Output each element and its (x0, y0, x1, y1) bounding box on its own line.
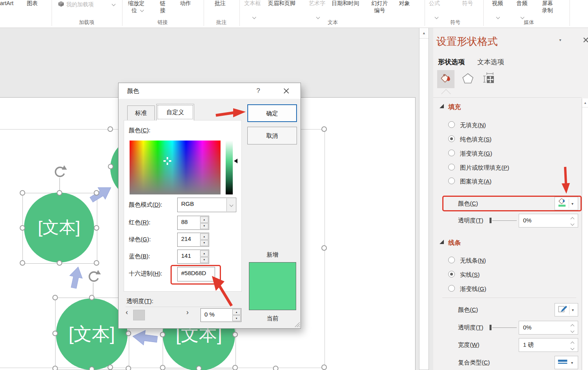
fill-section-header[interactable]: 填充 (448, 103, 461, 111)
radio-row-pattern-fill[interactable]: 图案填充(A) (433, 178, 579, 185)
spin-down-icon[interactable]: ▼ (232, 315, 241, 321)
radio-icon[interactable] (448, 164, 455, 170)
dialog-resize-grip[interactable] (294, 322, 300, 329)
ribbon-screen-recording-button-line2[interactable]: 录制 (542, 7, 553, 14)
spin-down-icon[interactable] (571, 222, 575, 226)
ribbon-my-addins-button[interactable]: 我的加载项 (66, 1, 94, 8)
selection-handle[interactable] (108, 364, 113, 370)
ribbon-equation-button[interactable]: 公式 (429, 0, 440, 7)
selection-handle[interactable] (321, 126, 327, 132)
radio-icon[interactable] (448, 121, 455, 128)
smartart-circle-shape-selected[interactable]: [文本] (24, 192, 94, 263)
editor-vertical-scrollbar[interactable]: ▲ (419, 28, 429, 370)
ribbon-object-button[interactable]: 对象 (399, 0, 410, 7)
color-mode-select[interactable]: RGB (177, 198, 236, 212)
selection-handle[interactable] (94, 260, 99, 266)
selection-handle[interactable] (273, 366, 278, 370)
radio-row-picture-fill[interactable]: 图片或纹理填充(P) (433, 164, 579, 172)
ribbon-zoom-button[interactable]: 缩放定 (128, 0, 145, 7)
ribbon-chart-button[interactable]: 图表 (27, 0, 38, 7)
line-color-button[interactable]: ▾ (555, 303, 578, 316)
tab-shape-options[interactable]: 形状选项 (438, 57, 465, 67)
radio-row-no-fill[interactable]: 无填充(N) (433, 121, 579, 129)
ribbon-link-button-line2[interactable]: 接 (160, 7, 165, 14)
selection-handle[interactable] (20, 190, 25, 196)
selection-handle[interactable] (160, 332, 165, 337)
hex-value-input[interactable]: #58D68D (177, 267, 215, 281)
rotate-handle-icon[interactable] (52, 165, 68, 180)
line-transparency-input[interactable]: 0% (519, 321, 578, 335)
blue-value-input[interactable]: 141 ▲▼ (177, 250, 209, 264)
green-value-input[interactable]: 214 ▲▼ (177, 233, 209, 247)
selection-handle[interactable] (232, 332, 238, 337)
section-expand-icon[interactable] (440, 104, 444, 108)
selection-handle[interactable] (94, 225, 99, 231)
ribbon-wordart-button[interactable]: 艺术字 (309, 0, 325, 7)
spin-up-icon[interactable]: ▲ (232, 309, 241, 315)
spin-down-icon[interactable]: ▼ (200, 223, 208, 229)
ribbon-smartart-button[interactable]: artArt (0, 0, 13, 7)
size-properties-tab[interactable] (480, 70, 498, 88)
ribbon-symbol-button[interactable]: 符号 (462, 0, 473, 7)
selection-handle[interactable] (52, 295, 58, 300)
ribbon-comment-button[interactable]: 批注 (215, 0, 226, 7)
spin-up-icon[interactable]: ▲ (200, 233, 208, 240)
color-spectrum[interactable] (130, 141, 221, 194)
cancel-button[interactable]: 取消 (247, 127, 297, 144)
red-value-input[interactable]: 88 ▲▼ (177, 216, 209, 230)
ribbon-link-button[interactable]: 链 (160, 0, 165, 7)
luminance-bar[interactable] (226, 141, 233, 194)
radio-icon[interactable] (448, 150, 455, 156)
spin-down-icon[interactable]: ▼ (200, 257, 208, 263)
radio-selected-icon[interactable] (448, 135, 455, 142)
transparency-slider-thumb[interactable] (490, 325, 492, 330)
ribbon-textbox-button[interactable]: 文本框 (244, 0, 261, 7)
spin-up-icon[interactable] (571, 217, 575, 221)
selection-handle[interactable] (232, 365, 238, 370)
radio-row-gradient-line[interactable]: 渐变线(G) (433, 285, 579, 293)
rotate-handle-icon[interactable] (86, 270, 102, 285)
dropdown-button[interactable] (226, 198, 236, 211)
ribbon-slidenumber-button[interactable]: 幻灯片 (371, 0, 388, 7)
panel-scroll-up-button[interactable]: ▲ (582, 98, 588, 107)
panel-menu-chevron-icon[interactable]: ▾ (559, 38, 561, 42)
radio-row-solid-line[interactable]: 实线(S) (433, 271, 579, 279)
selection-handle[interactable] (108, 164, 113, 169)
spin-down-icon[interactable] (571, 329, 575, 333)
line-section-header[interactable]: 线条 (448, 239, 461, 247)
transparency-slider-track[interactable] (492, 220, 517, 221)
selection-handle[interactable] (89, 295, 95, 300)
radio-row-no-line[interactable]: 无线条(N) (433, 257, 579, 265)
ribbon-action-button[interactable]: 动作 (180, 0, 191, 7)
selection-handle[interactable] (57, 190, 62, 196)
smartart-circle-shape[interactable]: [文本] (56, 298, 128, 370)
spin-up-icon[interactable] (571, 324, 575, 328)
radio-row-solid-fill[interactable]: 纯色填充(S) (433, 135, 579, 143)
selection-handle[interactable] (196, 366, 202, 370)
fill-color-button[interactable]: ▾ (555, 197, 578, 210)
effects-tab[interactable] (459, 70, 477, 88)
ribbon-audio-button[interactable]: 音频 (516, 0, 527, 7)
radio-icon[interactable] (448, 178, 455, 184)
tab-custom[interactable]: 自定义 (156, 104, 194, 120)
radio-selected-icon[interactable] (448, 271, 455, 278)
radio-icon[interactable] (448, 285, 455, 292)
transparency-slider-track[interactable] (492, 327, 517, 328)
ribbon-slidenumber-button-line2[interactable]: 编号 (374, 7, 385, 14)
section-expand-icon[interactable] (440, 240, 444, 244)
selection-handle[interactable] (57, 260, 62, 266)
selection-handle[interactable] (160, 365, 165, 370)
selection-handle[interactable] (52, 331, 58, 336)
scroll-up-button[interactable]: ▲ (419, 28, 428, 39)
spin-up-icon[interactable]: ▲ (200, 216, 208, 223)
ribbon-header-footer-button[interactable]: 页眉和页脚 (268, 0, 295, 7)
selection-handle[interactable] (321, 245, 327, 251)
ribbon-screen-recording-button[interactable]: 屏幕 (542, 0, 553, 7)
spin-down-icon[interactable] (571, 346, 575, 350)
dialog-titlebar[interactable]: 颜色 (119, 83, 300, 99)
compound-type-button[interactable]: ▾ (555, 356, 578, 369)
selection-handle[interactable] (20, 260, 25, 266)
tab-text-options[interactable]: 文本选项 (477, 57, 504, 67)
tab-standard[interactable]: 标准 (127, 105, 155, 120)
selection-handle[interactable] (89, 366, 95, 370)
